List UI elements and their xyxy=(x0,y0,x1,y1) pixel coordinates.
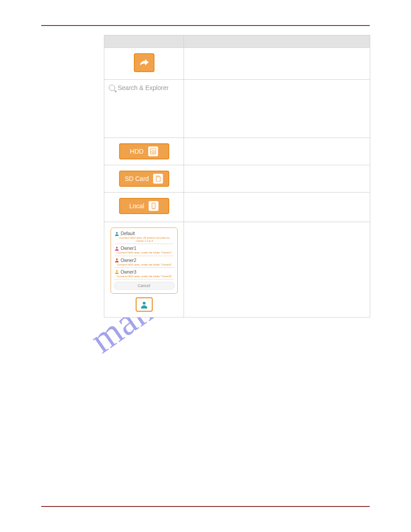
local-label: Local xyxy=(129,202,144,210)
owner-name: Owner3 xyxy=(121,270,137,275)
table-row: HDD xyxy=(104,138,370,165)
local-button[interactable]: Local xyxy=(119,198,169,214)
sd-card-button[interactable]: SD Card xyxy=(119,171,169,187)
owners-desc xyxy=(184,222,370,317)
cancel-button[interactable]: Cancel xyxy=(114,282,175,290)
table-header-desc xyxy=(184,35,370,48)
hdd-label: HDD xyxy=(130,148,143,155)
owner-sub: Connect HDD area, under the folder "Owne… xyxy=(115,263,174,268)
table-row: SD Card xyxy=(104,165,370,193)
table-row: Local xyxy=(104,193,370,222)
owner-row-3[interactable]: Owner3 Connect HDD area, under the folde… xyxy=(114,268,175,280)
owner-row-default[interactable]: Default Connect HDD area. All access not… xyxy=(114,230,175,245)
share-desc xyxy=(184,48,370,80)
person-icon xyxy=(115,232,119,236)
svg-point-12 xyxy=(142,302,145,305)
svg-point-11 xyxy=(116,270,118,272)
svg-point-2 xyxy=(153,151,154,152)
person-icon xyxy=(115,258,119,262)
owner-select-button[interactable] xyxy=(136,297,153,312)
svg-point-8 xyxy=(116,232,118,234)
search-icon xyxy=(109,85,115,91)
table-row: Search & Explorer xyxy=(104,80,370,138)
hdd-button[interactable]: HDD xyxy=(119,143,169,159)
sd-card-icon xyxy=(153,174,163,184)
document-page: manualshive.com xyxy=(0,0,411,532)
table-row: Default Connect HDD area. All access not… xyxy=(104,222,370,317)
owner-name: Owner1 xyxy=(121,246,137,251)
hdd-icon xyxy=(148,146,158,156)
svg-point-10 xyxy=(116,258,118,260)
share-arrow-icon xyxy=(139,58,150,67)
hdd-desc xyxy=(184,138,370,165)
owner-sub: Connect HDD area, under the folder "Owne… xyxy=(115,275,174,279)
owner-name: Default xyxy=(121,231,135,236)
person-icon xyxy=(115,270,119,274)
owners-panel: Default Connect HDD area. All access not… xyxy=(111,227,178,294)
svg-point-7 xyxy=(153,208,154,209)
sd-label: SD Card xyxy=(125,175,149,182)
top-rule xyxy=(41,25,370,26)
sd-desc xyxy=(184,165,370,193)
owner-row-2[interactable]: Owner2 Connect HDD area, under the folde… xyxy=(114,257,175,268)
owner-sub: Connect HDD area. All access not pass by… xyxy=(115,236,174,244)
table-header-row xyxy=(104,35,370,48)
local-desc xyxy=(184,193,370,222)
owner-name: Owner2 xyxy=(121,258,137,263)
person-icon xyxy=(115,246,119,251)
icon-description-table: Search & Explorer HDD xyxy=(104,35,370,317)
owner-row-1[interactable]: Owner1 Connect HDD area, under the folde… xyxy=(114,245,175,256)
search-field[interactable]: Search & Explorer xyxy=(104,80,184,96)
owner-sub: Connect HDD area, under the folder "Owne… xyxy=(115,251,174,256)
bottom-rule xyxy=(41,506,370,507)
phone-icon xyxy=(149,201,158,211)
person-icon xyxy=(140,300,148,309)
share-button[interactable] xyxy=(134,53,154,72)
svg-point-9 xyxy=(116,247,118,249)
table-header-icon xyxy=(104,35,184,48)
search-desc xyxy=(184,80,370,138)
search-placeholder: Search & Explorer xyxy=(118,84,169,91)
table-row xyxy=(104,48,370,80)
